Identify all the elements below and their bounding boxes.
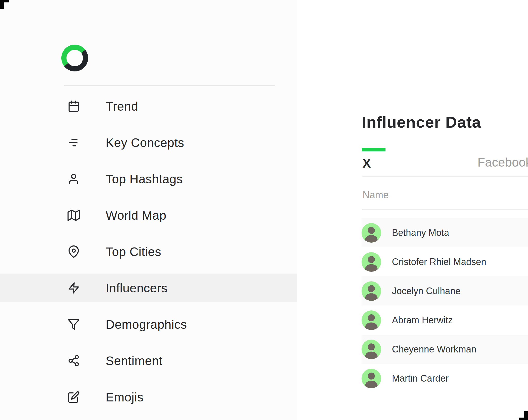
list-lines-icon	[68, 136, 80, 149]
avatar	[362, 281, 381, 301]
page-title: Influencer Data	[362, 113, 481, 131]
crop-mark-bottom-right	[519, 411, 528, 420]
sidebar: Trend Key Concepts Top Hashtags World Ma…	[0, 0, 297, 420]
influencer-name: Bethany Mota	[392, 227, 449, 238]
share-icon	[68, 355, 80, 367]
table-row[interactable]: Jocelyn Culhane	[362, 276, 528, 306]
sidebar-item-label: Trend	[106, 99, 138, 113]
user-icon	[68, 173, 80, 185]
sidebar-item-label: Top Cities	[106, 245, 161, 259]
avatar	[362, 223, 381, 243]
name-column-header: Name	[363, 190, 389, 201]
map-pin-icon	[68, 245, 80, 258]
sidebar-item-world-map[interactable]: World Map	[0, 201, 297, 230]
tabs-divider	[362, 176, 528, 177]
influencer-name: Abram Herwitz	[392, 315, 453, 326]
avatar	[362, 340, 381, 359]
sidebar-item-demographics[interactable]: Demographics	[0, 310, 297, 339]
influencer-name: Martin Carder	[392, 373, 449, 384]
sidebar-item-label: Sentiment	[106, 354, 163, 368]
table-row[interactable]: Cristofer Rhiel Madsen	[362, 247, 528, 276]
active-tab-indicator	[362, 148, 385, 151]
sidebar-item-label: Key Concepts	[106, 136, 184, 150]
lightning-icon	[68, 282, 80, 294]
header-divider	[362, 209, 528, 210]
sidebar-item-label: Demographics	[106, 317, 187, 332]
sidebar-item-emojis[interactable]: Emojis	[0, 383, 297, 411]
sidebar-item-top-hashtags[interactable]: Top Hashtags	[0, 164, 297, 193]
sidebar-divider	[64, 85, 275, 86]
map-icon	[68, 209, 80, 221]
table-row[interactable]: Martin Carder	[362, 364, 528, 393]
sidebar-item-key-concepts[interactable]: Key Concepts	[0, 128, 297, 157]
tab-x[interactable]: X	[363, 156, 371, 170]
influencer-name: Jocelyn Culhane	[392, 286, 460, 297]
sidebar-item-label: World Map	[106, 208, 166, 223]
sidebar-item-top-cities[interactable]: Top Cities	[0, 237, 297, 266]
influencer-name: Cristofer Rhiel Madsen	[392, 257, 486, 267]
calendar-icon	[68, 100, 80, 112]
influencer-name: Cheyenne Workman	[392, 344, 476, 355]
sidebar-item-influencers[interactable]: Influencers	[0, 274, 297, 302]
avatar	[362, 310, 381, 330]
sidebar-item-label: Emojis	[106, 390, 144, 404]
avatar	[362, 252, 381, 272]
sidebar-item-sentiment[interactable]: Sentiment	[0, 346, 297, 375]
avatar	[362, 369, 381, 388]
sidebar-item-label: Influencers	[106, 281, 167, 295]
tab-facebook[interactable]: Facebook	[477, 155, 528, 169]
influencer-list: Bethany Mota Cristofer Rhiel Madsen Joce…	[362, 218, 528, 393]
sidebar-menu: Trend Key Concepts Top Hashtags World Ma…	[0, 92, 297, 411]
brand-logo-icon	[61, 45, 88, 71]
table-row[interactable]: Abram Herwitz	[362, 306, 528, 335]
funnel-icon	[68, 318, 80, 331]
sidebar-item-trend[interactable]: Trend	[0, 92, 297, 121]
table-row[interactable]: Cheyenne Workman	[362, 335, 528, 364]
table-row[interactable]: Bethany Mota	[362, 218, 528, 247]
sidebar-item-label: Top Hashtags	[106, 172, 183, 186]
edit-icon	[68, 391, 80, 403]
